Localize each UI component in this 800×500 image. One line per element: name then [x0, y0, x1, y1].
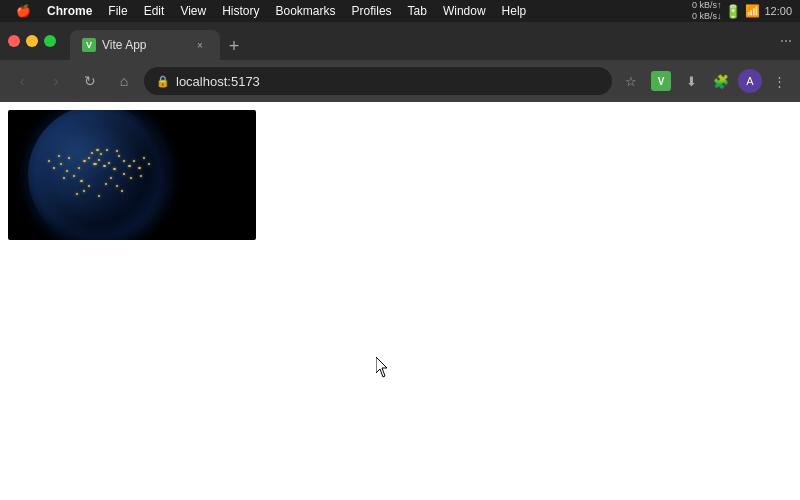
- earth-container: [8, 110, 256, 240]
- nav-bar: ‹ › ↻ ⌂ 🔒 localhost:5173 ☆ V ⬇ 🧩 A ⋮: [0, 60, 800, 102]
- menubar-chrome[interactable]: Chrome: [39, 0, 100, 22]
- window-maximize-button[interactable]: [44, 35, 56, 47]
- tab-favicon: V: [82, 38, 96, 52]
- menubar-tab[interactable]: Tab: [400, 0, 435, 22]
- new-tab-button[interactable]: +: [220, 32, 248, 60]
- vite-icon: V: [651, 71, 671, 91]
- home-button[interactable]: ⌂: [110, 67, 138, 95]
- profile-button[interactable]: A: [738, 69, 762, 93]
- forward-button[interactable]: ›: [42, 67, 70, 95]
- menubar-window[interactable]: Window: [435, 0, 494, 22]
- city-lights: [28, 110, 168, 240]
- tab-bar: V Vite App × + ⋯: [0, 22, 800, 60]
- lock-icon: 🔒: [156, 75, 170, 88]
- home-icon: ⌂: [120, 73, 128, 89]
- window-close-button[interactable]: [8, 35, 20, 47]
- bookmark-star-button[interactable]: ☆: [618, 68, 644, 94]
- address-bar[interactable]: 🔒 localhost:5173: [144, 67, 612, 95]
- battery-icon: 🔋: [725, 4, 741, 19]
- tabs-area: V Vite App × +: [70, 22, 772, 60]
- page-content: [0, 102, 800, 500]
- window-controls: [0, 22, 70, 60]
- profile-label: A: [746, 75, 753, 87]
- address-text: localhost:5173: [176, 74, 600, 89]
- tab-title: Vite App: [102, 38, 186, 52]
- clock: 12:00: [764, 5, 792, 17]
- network-stats: 0 kB/s↑0 kB/s↓: [692, 0, 722, 22]
- menubar-bookmarks[interactable]: Bookmarks: [268, 0, 344, 22]
- extensions-button[interactable]: 🧩: [708, 68, 734, 94]
- nav-right-controls: ☆ V ⬇ 🧩 A ⋮: [618, 68, 792, 94]
- forward-icon: ›: [54, 73, 59, 89]
- active-tab[interactable]: V Vite App ×: [70, 30, 220, 60]
- apple-menu[interactable]: 🍎: [8, 0, 39, 22]
- reload-icon: ↻: [84, 73, 96, 89]
- menubar-help[interactable]: Help: [494, 0, 535, 22]
- menubar: 🍎 Chrome File Edit View History Bookmark…: [0, 0, 800, 22]
- window-minimize-button[interactable]: [26, 35, 38, 47]
- menubar-right: 0 kB/s↑0 kB/s↓ 🔋 📶 12:00: [692, 0, 792, 22]
- expand-button[interactable]: ⋯: [776, 31, 796, 51]
- puzzle-icon: 🧩: [713, 74, 729, 89]
- mouse-cursor: [376, 357, 394, 379]
- menubar-profiles[interactable]: Profiles: [344, 0, 400, 22]
- tab-close-button[interactable]: ×: [192, 37, 208, 53]
- tab-right-controls: ⋯: [772, 22, 800, 60]
- earth-globe: [28, 110, 168, 240]
- download-icon: ⬇: [686, 74, 697, 89]
- vite-extension-button[interactable]: V: [648, 68, 674, 94]
- back-button[interactable]: ‹: [8, 67, 36, 95]
- menu-icon: ⋮: [773, 74, 786, 89]
- back-icon: ‹: [20, 73, 25, 89]
- wifi-icon: 📶: [745, 4, 760, 18]
- menubar-file[interactable]: File: [100, 0, 135, 22]
- star-icon: ☆: [625, 74, 637, 89]
- menubar-history[interactable]: History: [214, 0, 267, 22]
- menubar-view[interactable]: View: [172, 0, 214, 22]
- reload-button[interactable]: ↻: [76, 67, 104, 95]
- menubar-edit[interactable]: Edit: [136, 0, 173, 22]
- menu-button[interactable]: ⋮: [766, 68, 792, 94]
- download-button[interactable]: ⬇: [678, 68, 704, 94]
